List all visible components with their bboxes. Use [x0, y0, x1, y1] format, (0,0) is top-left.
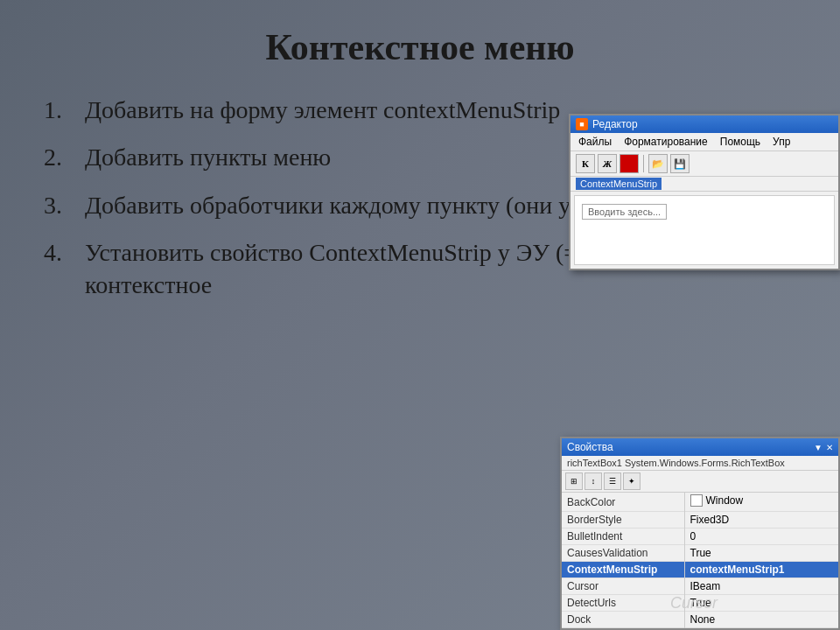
table-row[interactable]: CausesValidation True: [562, 545, 838, 562]
table-row[interactable]: Cursor IBeam: [562, 578, 838, 595]
context-menu-strip-tag[interactable]: ContextMenuStrip: [576, 178, 662, 190]
prop-value: IBeam: [684, 578, 838, 595]
open-button[interactable]: 📂: [648, 154, 668, 173]
color-button[interactable]: [620, 154, 639, 173]
italic-button[interactable]: Ж: [598, 154, 617, 173]
properties-titlebar: Свойства ▼ ✕: [562, 438, 838, 456]
table-row[interactable]: BorderStyle Fixed3D: [562, 512, 838, 528]
prop-name: BorderStyle: [562, 512, 684, 528]
prop-value: None: [684, 612, 838, 628]
props-title: Свойства: [567, 441, 613, 453]
props-title-left: Свойства: [567, 441, 613, 453]
props-title-right: ▼ ✕: [814, 443, 833, 452]
props-object-line[interactable]: richTextBox1 System.Windows.Forms.RichTe…: [562, 456, 838, 471]
prop-name: BulletIndent: [562, 528, 684, 545]
prop-value: Window: [684, 493, 838, 512]
editor-menubar: Файлы Форматирование Помощь Упр: [570, 133, 838, 151]
dock-icon[interactable]: ✕: [826, 443, 833, 452]
prop-value: Fixed3D: [684, 512, 838, 528]
color-swatch: Window: [690, 494, 744, 507]
editor-icon: ■: [576, 118, 588, 130]
editor-titlebar: ■ Редактор: [570, 116, 838, 133]
props-toolbar: ⊞ ↕ ☰ ✦: [562, 471, 838, 493]
props-grid-btn[interactable]: ⊞: [565, 472, 583, 490]
save-button[interactable]: 💾: [670, 154, 690, 173]
editor-title: Редактор: [592, 118, 638, 130]
color-box: [690, 494, 703, 507]
prop-value: 0: [684, 528, 838, 545]
props-sort-btn[interactable]: ↕: [584, 472, 602, 490]
prop-value[interactable]: contextMenuStrip1: [684, 562, 838, 578]
prop-value: True: [684, 545, 838, 562]
editor-placeholder[interactable]: Вводить здесь...: [582, 204, 667, 220]
editor-window: ■ Редактор Файлы Форматирование Помощь У…: [569, 114, 840, 270]
menu-ctrl[interactable]: Упр: [770, 135, 793, 149]
pin-icon[interactable]: ▼: [814, 443, 822, 452]
list-num: 4.: [44, 237, 74, 269]
cursor-label: Cursor: [670, 594, 718, 612]
prop-name: ContextMenuStrip: [562, 562, 684, 578]
table-row[interactable]: ContextMenuStrip contextMenuStrip1: [562, 562, 838, 578]
props-list-btn[interactable]: ☰: [604, 472, 621, 490]
menu-files[interactable]: Файлы: [576, 135, 614, 149]
list-num: 2.: [44, 142, 74, 173]
prop-name: CausesValidation: [562, 545, 684, 562]
toolbar-separator: [643, 155, 644, 172]
prop-name: Dock: [562, 612, 684, 628]
menu-help[interactable]: Помощь: [718, 135, 763, 149]
context-label-bar: ContextMenuStrip: [570, 177, 838, 192]
list-num: 3.: [44, 190, 74, 221]
table-row[interactable]: Dock None: [562, 612, 838, 628]
props-star-btn[interactable]: ✦: [623, 472, 640, 490]
prop-name: BackColor: [562, 493, 684, 512]
table-row[interactable]: BackColor Window: [562, 493, 838, 512]
prop-name: Cursor: [562, 578, 684, 595]
menu-format[interactable]: Форматирование: [621, 135, 710, 149]
bold-button[interactable]: К: [576, 154, 595, 173]
editor-body[interactable]: Вводить здесь...: [574, 195, 835, 265]
editor-toolbar: К Ж 📂 💾: [570, 151, 838, 177]
table-row[interactable]: BulletIndent 0: [562, 528, 838, 545]
prop-name: DetectUrls: [562, 595, 684, 612]
list-num: 1.: [44, 94, 74, 126]
slide-title: Контекстное меню: [44, 26, 796, 68]
